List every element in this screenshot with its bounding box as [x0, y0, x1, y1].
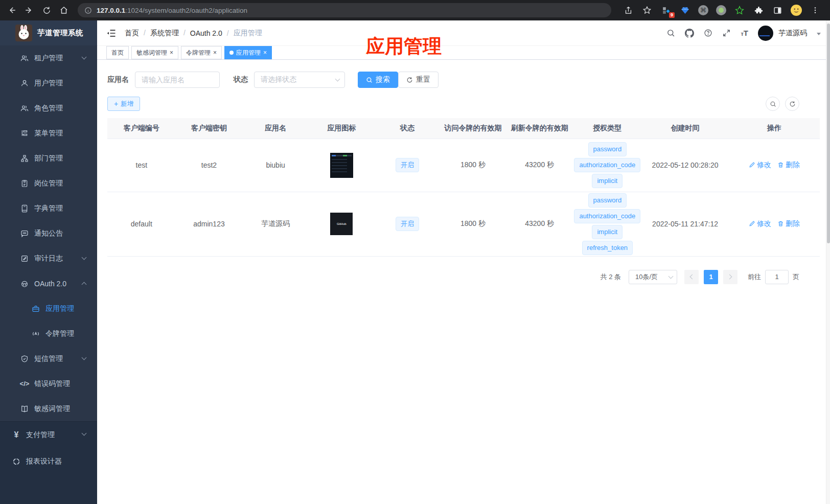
breadcrumb-home[interactable]: 首页 [125, 29, 146, 38]
sidebar-item-oauth[interactable]: OAuth 2.0 [0, 271, 97, 296]
browser-reload-button[interactable] [39, 3, 54, 18]
goto-page-input[interactable] [765, 270, 789, 284]
sidebar-item-label: 错误码管理 [34, 379, 70, 388]
fullscreen-icon [722, 29, 731, 37]
share-icon [624, 6, 633, 15]
chevron-right-icon [727, 274, 732, 280]
tab-token[interactable]: 令牌管理 [181, 46, 222, 59]
page-size-select[interactable]: 10条/页 [629, 270, 677, 284]
status-select[interactable]: 请选择状态 [254, 72, 345, 88]
reset-button[interactable]: 重置 [398, 72, 439, 88]
github-icon [685, 29, 694, 38]
delete-link[interactable]: 删除 [777, 219, 800, 228]
sidebar-item-role[interactable]: 角色管理 [0, 96, 97, 121]
tab-close-icon[interactable] [170, 50, 173, 56]
arrow-left-icon [7, 6, 16, 15]
dictionary-icon [20, 204, 29, 213]
browser-menu-button[interactable] [810, 5, 821, 16]
sidebar-item-oauth-application[interactable]: 应用管理 [0, 296, 97, 321]
sidebar-item-menu[interactable]: 菜单管理 [0, 121, 97, 146]
show-search-toggle-button[interactable] [766, 97, 780, 111]
sidebar-item-post[interactable]: 岗位管理 [0, 171, 97, 196]
sidebar-item-tenant[interactable]: 租户管理 [0, 45, 97, 71]
search-button[interactable]: 搜索 [358, 72, 398, 88]
next-page-button[interactable] [723, 270, 737, 284]
tab-sensitive-word[interactable]: 敏感词管理 [131, 46, 178, 59]
tab-home[interactable]: 首页 [106, 46, 129, 59]
rabbit-logo-icon [15, 25, 32, 41]
refresh-table-button[interactable] [785, 97, 799, 111]
github-link[interactable] [685, 29, 694, 38]
browser-back-button[interactable] [4, 3, 19, 18]
site-info-icon[interactable] [84, 7, 92, 14]
app-icon-image: GitHub [330, 213, 353, 235]
sidebar: 芋道管理系统 租户管理 用户管理 角色管理 菜单管理 部门管理 [0, 20, 97, 504]
breadcrumb-oauth[interactable]: OAuth 2.0 [190, 29, 229, 37]
chevron-left-icon [690, 274, 695, 280]
address-bar[interactable]: 127.0.0.1:1024/system/oauth2/oauth2/appl… [78, 3, 611, 17]
sidebar-item-dict[interactable]: 字典管理 [0, 196, 97, 221]
roles-icon [20, 104, 29, 112]
sidebar-collapse-button[interactable] [106, 28, 117, 38]
sidebar-menu-bottom: ¥ 支付管理 报表设计器 [0, 421, 97, 504]
browser-home-button[interactable] [56, 3, 72, 18]
edit-link[interactable]: 修改 [749, 219, 771, 228]
open-book-icon [20, 405, 29, 413]
breadcrumb-system[interactable]: 系统管理 [150, 29, 186, 38]
grant-type-tag: implicit [592, 174, 622, 188]
browser-forward-button[interactable] [21, 3, 37, 18]
cell-actions: 修改 删除 [729, 139, 820, 192]
edit-pencil-icon [749, 162, 755, 168]
sidebar-item-dept[interactable]: 部门管理 [0, 146, 97, 171]
header-search-button[interactable] [666, 29, 675, 37]
tab-close-icon[interactable] [263, 50, 267, 56]
user-avatar[interactable] [758, 26, 773, 41]
extension-recorder-button[interactable] [716, 5, 726, 15]
puzzle-icon [754, 6, 763, 15]
help-button[interactable] [704, 29, 712, 37]
sidebar-item-sensitive-word[interactable]: 敏感词管理 [0, 396, 97, 421]
code-icon: </> [20, 380, 29, 388]
sidebar-item-errorcode[interactable]: </> 错误码管理 [0, 371, 97, 396]
bookmark-button[interactable] [641, 5, 653, 16]
font-size-button[interactable]: тT [741, 29, 748, 37]
sidebar-item-audit-log[interactable]: 审计日志 [0, 246, 97, 271]
fullscreen-button[interactable] [722, 29, 731, 37]
sidebar-item-label: 应用管理 [45, 304, 74, 313]
sidebar-item-payment[interactable]: ¥ 支付管理 [0, 422, 97, 448]
journal-icon [20, 255, 29, 263]
sidebar-item-oauth-token[interactable]: 令牌管理 [0, 321, 97, 346]
sidebar-item-user[interactable]: 用户管理 [0, 71, 97, 96]
delete-link[interactable]: 删除 [777, 161, 800, 170]
sidebar-item-report-designer[interactable]: 报表设计器 [0, 448, 97, 475]
tab-label: 敏感词管理 [136, 49, 167, 57]
col-refresh-token-validity: 刷新令牌的有效期 [506, 118, 573, 139]
sidebar-item-sms[interactable]: 短信管理 [0, 346, 97, 371]
search-icon [666, 29, 675, 37]
side-panel-button[interactable] [772, 5, 783, 16]
user-menu-caret-icon[interactable] [817, 33, 821, 35]
add-button[interactable]: 新增 [107, 97, 140, 111]
col-app-icon: 应用图标 [309, 118, 375, 139]
cell-client-secret: admin123 [176, 192, 243, 256]
profile-avatar-button[interactable] [791, 5, 802, 16]
search-icon [770, 101, 776, 107]
sidebar-item-notice[interactable]: 通知公告 [0, 221, 97, 246]
table-row: default admin123 芋道源码 GitHub 开启 1800 秒 4… [107, 192, 820, 256]
extension-star-button[interactable] [734, 5, 745, 16]
edit-link[interactable]: 修改 [749, 161, 771, 170]
tab-close-icon[interactable] [213, 50, 217, 56]
share-button[interactable] [622, 5, 634, 16]
prev-page-button[interactable] [684, 270, 699, 284]
shield-check-icon [20, 355, 29, 363]
extension-tabs-button[interactable]: 9 [660, 5, 672, 16]
scrollbar-thumb[interactable] [827, 24, 830, 243]
tab-application[interactable]: 应用管理 [224, 46, 272, 59]
refresh-icon [406, 77, 413, 83]
extension-gem-button[interactable] [679, 5, 690, 16]
current-page-button[interactable]: 1 [704, 270, 718, 284]
app-name-input[interactable] [135, 72, 220, 88]
page-scrollbar[interactable] [826, 20, 830, 504]
extension-command-button[interactable]: ⌘ [698, 5, 708, 15]
extensions-puzzle-button[interactable] [753, 5, 764, 16]
